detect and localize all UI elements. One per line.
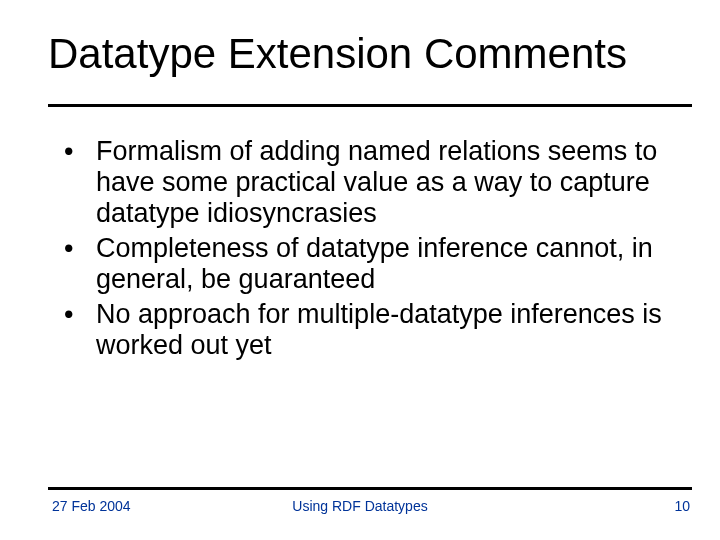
footer-page-number: 10 [674,498,690,514]
slide: Datatype Extension Comments Formalism of… [0,0,720,540]
bullet-list: Formalism of adding named relations seem… [64,136,684,361]
list-item: Formalism of adding named relations seem… [64,136,684,229]
footer-title: Using RDF Datatypes [0,498,720,514]
title-underline [48,104,692,107]
slide-footer: 27 Feb 2004 Using RDF Datatypes 10 [0,498,720,522]
footer-underline [48,487,692,490]
slide-title: Datatype Extension Comments [48,32,696,76]
slide-body: Formalism of adding named relations seem… [64,136,684,365]
list-item: No approach for multiple-datatype infere… [64,299,684,361]
list-item: Completeness of datatype inference canno… [64,233,684,295]
